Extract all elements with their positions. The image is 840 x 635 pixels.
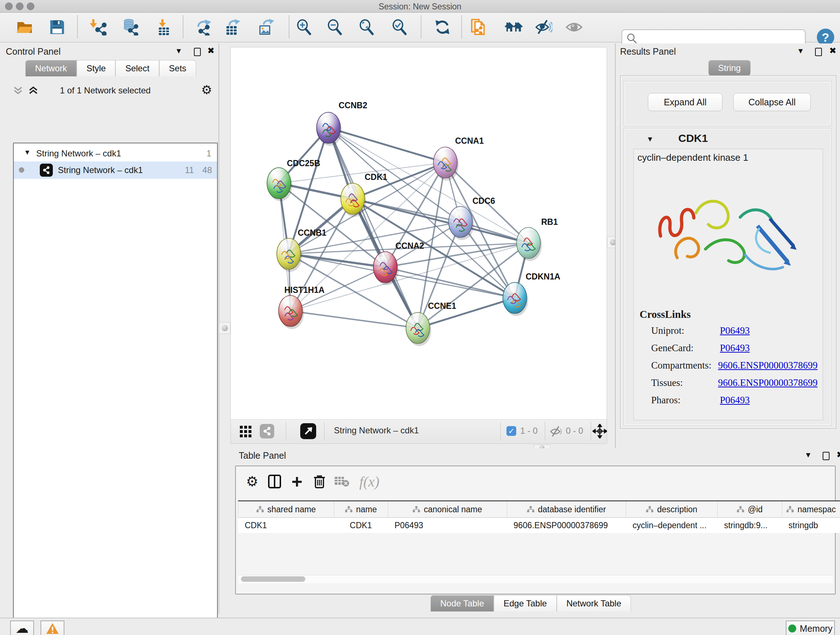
search-input[interactable] [639,31,800,44]
import-network-database-button[interactable] [120,16,141,39]
results-panel-close-icon[interactable]: ✖ [829,46,836,56]
tab-network-table[interactable]: Network Table [557,595,631,611]
expand-all-button[interactable]: Expand All [648,93,722,111]
import-network-icon [90,19,107,35]
column-header-shared-name[interactable]: shared name [238,501,334,518]
zoom-out-button[interactable] [325,16,345,39]
network-node-hist1h1a[interactable] [279,295,304,329]
table-cell[interactable]: 9606.ENSP00000378699 [507,518,626,533]
column-header-canonical-name[interactable]: canonical name [388,501,507,518]
network-label: String Network – cdk1 [58,165,143,175]
table-columns-icon[interactable] [264,471,286,492]
apply-layout-button[interactable] [432,16,453,39]
table-cell[interactable]: P06493 [388,518,507,533]
table-panel-float-icon[interactable] [823,452,829,460]
crosslink-value-link[interactable]: P06493 [720,325,750,336]
collection-collapse-icon[interactable]: ▼ [24,149,31,157]
crosslink-value-link[interactable]: 9606.ENSP00000378699 [718,360,818,371]
show-all-button[interactable] [564,16,584,39]
network-node-ccnb1[interactable] [277,238,302,272]
control-panel-menu-icon[interactable]: ▾ [177,46,181,56]
memory-button[interactable]: Memory [786,621,835,635]
zoom-fit-button[interactable] [356,16,377,39]
save-session-button[interactable] [47,16,67,39]
crosslink-value-link[interactable]: P06493 [720,342,750,354]
tab-edge-table[interactable]: Edge Table [494,595,557,611]
table-delete-icon[interactable] [308,471,331,492]
column-header-database-identifier[interactable]: database identifier [507,501,626,518]
table-horizontal-scrollbar[interactable] [238,575,833,583]
export-table-button[interactable] [223,16,243,39]
table-delete-table-icon[interactable] [331,471,353,492]
table-cell[interactable]: CDK1 [334,518,388,533]
network-edge[interactable] [328,128,418,328]
column-header-namespac[interactable]: namespac [782,501,840,518]
hide-selected-button[interactable] [534,16,554,39]
table-function-icon[interactable]: f(x) [353,471,386,492]
network-edge[interactable] [328,128,445,163]
table-cell[interactable]: stringdb:9... [718,518,782,533]
network-canvas-svg[interactable]: CCNB2CCNA1CDC25BCDK1CDC6RB1CCNB1CCNA2CDK… [231,48,607,420]
import-network-file-button[interactable] [88,16,109,39]
import-table-button[interactable] [153,16,174,39]
zoom-in-button[interactable] [294,16,314,39]
table-cell[interactable]: cyclin–dependent ... [626,518,718,533]
table-row[interactable]: CDK1CDK1P064939606.ENSP00000378699cyclin… [238,518,840,533]
tab-network[interactable]: Network [25,60,77,76]
column-type-icon [646,506,653,513]
column-header--id[interactable]: @id [718,501,782,518]
node-card-collapse-icon[interactable]: ▼ [646,135,654,143]
crosslink-label: Tissues: [651,377,718,388]
cloud-button[interactable]: ☁ [10,621,34,635]
network-view-share-icon[interactable] [260,424,274,439]
tab-style[interactable]: Style [77,60,115,76]
network-node-ccna2[interactable] [373,252,399,285]
clone-network-button[interactable] [469,16,489,39]
network-node-cdk1[interactable] [341,183,366,217]
network-node-rb1[interactable] [516,227,542,261]
open-session-button[interactable] [14,16,35,39]
scrollbar-thumb[interactable] [241,576,305,582]
network-node-ccnb2[interactable] [317,112,342,146]
crosslink-value-link[interactable]: 9606.ENSP00000378699 [718,377,818,388]
network-edge[interactable] [353,199,529,243]
network-row[interactable]: String Network – cdk1 11 48 [14,162,217,179]
node-card-body: cyclin–dependent kinase 1 CrossLinks Uni… [633,149,823,420]
zoom-selected-button[interactable] [389,16,409,39]
network-node-cdkn1a[interactable] [503,282,528,316]
table-add-icon[interactable]: + [286,471,308,492]
network-options-gear-icon[interactable]: ⚙ [201,82,212,97]
results-panel-float-icon[interactable] [815,48,822,56]
table-panel-close-icon[interactable]: ✖ [836,450,840,460]
grid-view-icon[interactable] [240,425,252,438]
results-panel-menu-icon[interactable]: ▾ [798,46,803,56]
network-canvas[interactable]: CCNB2CCNA1CDC25BCDK1CDC6RB1CCNB1CCNA2CDK… [231,47,607,420]
warnings-button[interactable] [41,621,65,635]
control-panel-float-icon[interactable] [194,48,201,56]
column-header-description[interactable]: description [626,501,718,518]
birds-eye-view-icon[interactable] [592,424,607,439]
network-edge[interactable] [291,311,418,328]
column-header-name[interactable]: name [334,501,388,518]
table-cell[interactable]: stringdb [782,518,840,533]
export-image-button[interactable] [256,16,276,39]
crosslink-value-link[interactable]: P06493 [720,394,750,406]
detach-view-icon[interactable] [300,423,316,439]
tab-string[interactable]: String [708,60,751,76]
selected-checkbox-icon[interactable]: ✓ [507,426,516,436]
tab-select[interactable]: Select [115,60,159,76]
first-neighbors-button[interactable] [504,16,524,39]
tab-sets[interactable]: Sets [159,60,196,76]
tab-node-table[interactable]: Node Table [431,595,494,611]
control-panel-close-icon[interactable]: ✖ [207,46,215,56]
collapse-all-button[interactable]: Collapse All [733,93,811,111]
control-panel-title: Control Panel [6,46,60,57]
network-node-ccne1[interactable] [406,312,431,346]
export-network-button[interactable] [194,16,215,39]
table-panel-menu-icon[interactable]: ▾ [806,450,810,460]
left-divider-handle[interactable] [219,322,231,334]
table-cell[interactable]: CDK1 [238,518,334,533]
network-collection-row[interactable]: ▼ String Network – cdk1 1 [14,146,217,162]
table-gear-icon[interactable]: ⚙ [241,471,264,492]
network-edge-count: 48 [202,165,212,175]
